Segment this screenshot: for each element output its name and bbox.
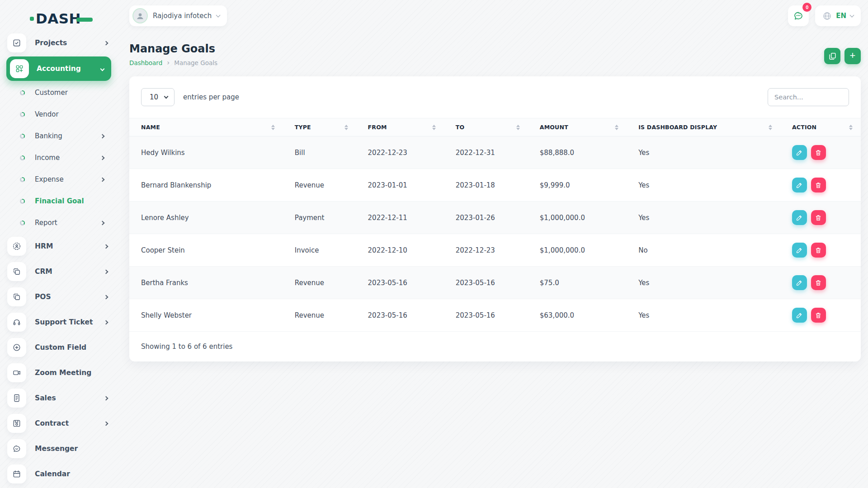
chevron-down-icon — [164, 94, 169, 99]
sidebar: DASH Projects Accounting Customer — [0, 0, 118, 488]
plus-icon: + — [850, 51, 856, 61]
trash-icon — [815, 247, 822, 254]
sort-icon[interactable] — [268, 125, 275, 130]
delete-button[interactable] — [811, 275, 826, 290]
sidebar-item-custom-field[interactable]: Custom Field — [0, 335, 118, 360]
breadcrumb-dashboard-link[interactable]: Dashboard — [129, 59, 162, 66]
sidebar-item-contract[interactable]: Contract — [0, 411, 118, 436]
edit-button[interactable] — [792, 178, 807, 192]
sidebar-item-income[interactable]: Income — [0, 147, 118, 169]
avatar — [132, 8, 148, 23]
delete-button[interactable] — [811, 178, 826, 192]
calendar-icon — [7, 465, 26, 483]
sidebar-item-report[interactable]: Report — [0, 212, 118, 234]
trash-icon — [815, 149, 822, 156]
sidebar-item-hrm[interactable]: HRM — [0, 234, 118, 259]
column-header-action[interactable]: ACTION — [780, 118, 861, 136]
delete-button[interactable] — [811, 243, 826, 258]
edit-button[interactable] — [792, 308, 807, 323]
sidebar-item-vendor[interactable]: Vendor — [0, 103, 118, 125]
cell-name: Shelly Webster — [129, 299, 283, 332]
bullet-icon — [20, 155, 25, 160]
cell-amount: $9,999.0 — [528, 169, 627, 202]
sidebar-item-crm[interactable]: CRM — [0, 259, 118, 284]
page-head: Manage Goals Dashboard › Manage Goals + — [129, 42, 861, 66]
sidebar-item-messenger[interactable]: Messenger — [0, 436, 118, 461]
cell-from: 2022-12-23 — [356, 136, 444, 169]
cell-type: Revenue — [283, 299, 356, 332]
column-header-dashboard-display[interactable]: IS DASHBOARD DISPLAY — [627, 118, 780, 136]
table-row: Hedy Wilkins Bill 2022-12-23 2022-12-31 … — [129, 136, 861, 169]
logo-text: DASH — [36, 12, 81, 26]
trash-icon — [815, 279, 822, 286]
chevron-right-icon — [100, 177, 105, 182]
add-button[interactable]: + — [844, 48, 861, 64]
edit-button[interactable] — [792, 210, 807, 225]
column-header-to[interactable]: TO — [444, 118, 528, 136]
sidebar-item-sales[interactable]: Sales — [0, 385, 118, 411]
sort-icon[interactable] — [611, 125, 618, 130]
edit-button[interactable] — [792, 145, 807, 160]
cell-to: 2022-12-23 — [444, 234, 528, 267]
table-row: Shelly Webster Revenue 2023-05-16 2023-0… — [129, 299, 861, 332]
sidebar-item-customer[interactable]: Customer — [0, 82, 118, 103]
sort-icon[interactable] — [341, 125, 348, 130]
cell-to: 2023-01-26 — [444, 202, 528, 234]
copy-file-icon — [828, 52, 837, 61]
modules-icon — [10, 59, 29, 78]
sidebar-item-calendar[interactable]: Calendar — [0, 461, 118, 487]
delete-button[interactable] — [811, 145, 826, 160]
bullet-icon — [20, 221, 25, 225]
export-button[interactable] — [824, 48, 840, 64]
sort-icon[interactable] — [513, 125, 520, 130]
sort-icon[interactable] — [429, 125, 436, 130]
headset-icon — [7, 313, 26, 332]
copy-icon — [7, 287, 26, 306]
cell-type: Revenue — [283, 267, 356, 299]
cell-dashboard-display: Yes — [627, 299, 780, 332]
page-actions: + — [824, 48, 861, 64]
sidebar-item-expense[interactable]: Expense — [0, 169, 118, 190]
edit-button[interactable] — [792, 243, 807, 258]
sidebar-item-zoom-meeting[interactable]: Zoom Meeting — [0, 360, 118, 385]
search-input[interactable] — [768, 88, 849, 106]
cell-name: Cooper Stein — [129, 234, 283, 267]
sidebar-item-accounting[interactable]: Accounting — [6, 56, 111, 81]
column-header-type[interactable]: TYPE — [283, 118, 356, 136]
sort-icon[interactable] — [845, 125, 853, 130]
company-name: Rajodiya infotech — [153, 12, 212, 20]
cell-name: Bernard Blankenship — [129, 169, 283, 202]
cell-type: Invoice — [283, 234, 356, 267]
cell-dashboard-display: Yes — [627, 267, 780, 299]
logo-dot-icon — [30, 17, 34, 21]
language-selector[interactable]: EN — [815, 5, 861, 26]
cell-from: 2023-01-01 — [356, 169, 444, 202]
cell-dashboard-display: Yes — [627, 202, 780, 234]
sort-icon[interactable] — [765, 125, 772, 130]
sidebar-item-pos[interactable]: POS — [0, 284, 118, 310]
pencil-icon — [796, 279, 803, 286]
delete-button[interactable] — [811, 210, 826, 225]
video-icon — [7, 363, 26, 382]
sidebar-item-banking[interactable]: Banking — [0, 125, 118, 147]
sidebar-menu: Projects Accounting Customer Vendor — [0, 30, 118, 487]
message-bubble-icon — [793, 10, 804, 21]
sidebar-item-support-ticket[interactable]: Support Ticket — [0, 310, 118, 335]
column-header-from[interactable]: FROM — [356, 118, 444, 136]
language-code: EN — [836, 12, 846, 20]
app-logo[interactable]: DASH — [30, 12, 118, 26]
globe-icon — [822, 11, 832, 21]
delete-button[interactable] — [811, 308, 826, 323]
table-summary: Showing 1 to 6 of 6 entries — [129, 332, 861, 361]
sidebar-item-projects[interactable]: Projects — [0, 30, 118, 56]
messages-button[interactable]: 0 — [788, 5, 809, 26]
company-selector[interactable]: Rajodiya infotech — [129, 5, 227, 26]
pencil-icon — [796, 182, 803, 189]
cell-from: 2022-12-11 — [356, 202, 444, 234]
entries-per-page-select[interactable]: 10 — [141, 88, 175, 106]
column-header-name[interactable]: NAME — [129, 118, 283, 136]
edit-button[interactable] — [792, 275, 807, 290]
cell-type: Bill — [283, 136, 356, 169]
column-header-amount[interactable]: AMOUNT — [528, 118, 627, 136]
sidebar-item-finacial-goal[interactable]: Finacial Goal — [0, 190, 118, 212]
